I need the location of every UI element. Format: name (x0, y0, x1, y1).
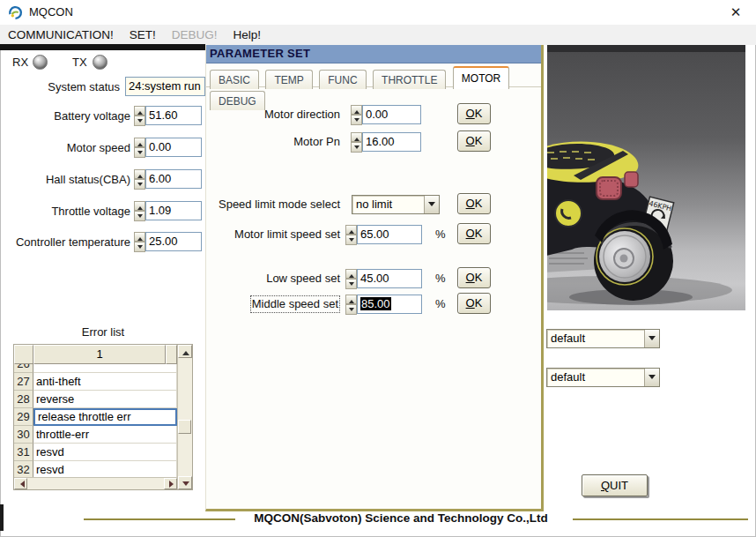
hscroll-track[interactable] (27, 478, 164, 489)
dialog-titlebar[interactable]: PARAMETER SET (206, 45, 541, 63)
close-icon[interactable]: ✕ (726, 4, 745, 21)
app-logo-icon (8, 5, 23, 20)
percent-label: % (435, 225, 446, 244)
spin-up-icon[interactable] (134, 138, 145, 147)
motor-direction-spinner[interactable] (351, 105, 362, 124)
motor-speed-field[interactable]: 0.00 (145, 138, 202, 157)
speed-limit-mode-label: Speed limit mode select (206, 195, 340, 214)
spin-down-icon[interactable] (345, 279, 357, 289)
ok-button[interactable]: OK (457, 293, 491, 314)
grid-header-filler (166, 345, 177, 364)
spin-up-icon[interactable] (345, 269, 357, 279)
motor-limit-speed-spinner[interactable] (345, 225, 357, 244)
horizontal-scrollbar[interactable] (14, 477, 177, 489)
table-row[interactable]: 32 resvd (14, 461, 177, 477)
spin-down-icon[interactable] (134, 147, 145, 158)
profile-dropdown-1[interactable]: default (546, 329, 660, 348)
quit-button[interactable]: QUIT (582, 474, 648, 496)
table-row[interactable]: 28 reverse (14, 391, 177, 408)
spin-down-icon[interactable] (134, 242, 145, 252)
controller-temperature-spinner[interactable] (134, 232, 145, 251)
hall-status-label: Hall status(CBA) (0, 170, 130, 190)
grid-rows: 26 27 anti-theft 28 reverse 29 release t… (14, 364, 177, 477)
battery-voltage-field[interactable]: 51.60 (145, 106, 202, 125)
table-row[interactable]: 30 throttle-err (14, 426, 177, 444)
spin-down-icon[interactable] (345, 304, 357, 315)
battery-voltage-spinner[interactable] (134, 106, 145, 125)
tx-led-indicator (93, 55, 107, 70)
throttle-voltage-field[interactable]: 1.09 (145, 201, 202, 220)
tab-motor[interactable]: MOTOR (453, 66, 509, 89)
spin-down-icon[interactable] (134, 179, 145, 190)
motor-speed-spinner[interactable] (134, 138, 145, 157)
spin-up-icon[interactable] (351, 105, 362, 115)
spin-up-icon[interactable] (134, 232, 145, 242)
spin-down-icon[interactable] (351, 115, 362, 125)
ok-button[interactable]: OK (457, 131, 491, 152)
tab-basic[interactable]: BASIC (210, 70, 259, 89)
motor-pn-field[interactable]: 16.00 (362, 132, 421, 152)
menu-set[interactable]: SET! (122, 26, 164, 44)
vscroll-thumb[interactable] (178, 420, 191, 434)
tx-label: TX (72, 53, 87, 72)
scooter-photo: 46KPH (547, 45, 745, 310)
grid-column-header[interactable]: 1 (33, 345, 166, 364)
spin-down-icon[interactable] (351, 142, 362, 153)
speed-limit-mode-dropdown[interactable]: no limit (352, 195, 440, 214)
tab-temp[interactable]: TEMP (265, 70, 312, 89)
ok-button[interactable]: OK (457, 267, 491, 288)
scroll-down-icon[interactable] (178, 476, 192, 489)
table-row[interactable]: 27 anti-theft (14, 373, 177, 391)
spin-down-icon[interactable] (134, 116, 145, 126)
window-title: MQCON (29, 5, 73, 19)
vscroll-track[interactable] (178, 358, 192, 476)
spin-up-icon[interactable] (134, 169, 145, 179)
scroll-left-icon[interactable] (14, 478, 27, 489)
motor-direction-field[interactable]: 0.00 (362, 105, 421, 124)
hall-status-spinner[interactable] (134, 169, 145, 189)
system-status-label: System status (0, 78, 120, 97)
low-speed-field[interactable]: 45.00 (357, 269, 422, 288)
grid-corner-cell[interactable] (14, 345, 33, 364)
menu-communication[interactable]: COMMUNICATION! (0, 26, 122, 44)
chevron-down-icon[interactable] (644, 330, 659, 347)
middle-speed-spinner[interactable] (345, 295, 357, 314)
controller-temperature-field[interactable]: 25.00 (145, 232, 202, 251)
titlebar[interactable]: MQCON ✕ (0, 0, 756, 25)
row-number: 26 (14, 364, 33, 373)
low-speed-spinner[interactable] (345, 269, 357, 288)
throttle-voltage-spinner[interactable] (134, 201, 145, 220)
profile-dropdown-2[interactable]: default (546, 368, 660, 387)
scroll-up-icon[interactable] (178, 345, 192, 358)
scroll-right-icon[interactable] (164, 478, 177, 489)
table-row[interactable]: 31 resvd (14, 444, 177, 461)
hall-status-field[interactable]: 6.00 (145, 169, 202, 189)
spin-up-icon[interactable] (345, 295, 357, 304)
table-row-selected[interactable]: 29 release throttle err (14, 408, 177, 426)
system-status-field[interactable]: 24:system run (125, 77, 205, 96)
motor-speed-label: Motor speed (0, 138, 130, 158)
tab-func[interactable]: FUNC (319, 70, 366, 89)
chevron-down-icon[interactable] (424, 196, 439, 213)
chevron-down-icon[interactable] (644, 369, 659, 386)
row-number: 30 (14, 426, 33, 444)
spin-up-icon[interactable] (134, 106, 145, 116)
menu-help[interactable]: Help! (226, 26, 270, 44)
spin-down-icon[interactable] (345, 235, 357, 245)
ok-button[interactable]: OK (457, 103, 491, 124)
motor-limit-speed-label: Motor limit speed set (206, 225, 340, 244)
spin-up-icon[interactable] (345, 225, 357, 235)
tab-throttle[interactable]: THROTTLE (373, 70, 446, 89)
table-row[interactable]: 26 (14, 364, 177, 373)
motor-pn-spinner[interactable] (351, 132, 362, 152)
rx-label: RX (12, 53, 28, 72)
ok-button[interactable]: OK (457, 193, 491, 214)
middle-speed-field[interactable]: 85.00 (357, 295, 422, 314)
spin-up-icon[interactable] (351, 132, 362, 142)
ok-button[interactable]: OK (457, 223, 491, 244)
tab-strip: BASIC TEMP FUNC THROTTLE MOTOR DEBUG (206, 66, 541, 87)
spin-down-icon[interactable] (134, 211, 145, 221)
spin-up-icon[interactable] (134, 201, 145, 211)
vertical-scrollbar[interactable] (177, 345, 192, 489)
motor-limit-speed-field[interactable]: 65.00 (357, 225, 422, 244)
